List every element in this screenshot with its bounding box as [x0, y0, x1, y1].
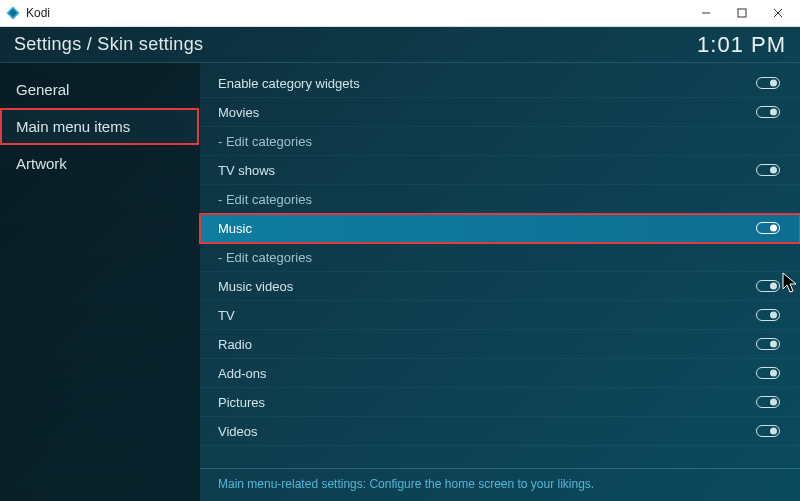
sidebar-item-artwork[interactable]: Artwork [0, 145, 199, 182]
setting-pictures[interactable]: Pictures [200, 388, 800, 417]
sidebar-item-general[interactable]: General [0, 71, 199, 108]
setting-label: - Edit categories [218, 134, 780, 149]
setting-label: - Edit categories [218, 192, 780, 207]
header: Settings / Skin settings 1:01 PM [0, 27, 800, 63]
window-maximize-button[interactable] [724, 1, 760, 25]
window-titlebar: Kodi [0, 0, 800, 27]
toggle-icon[interactable] [756, 106, 780, 118]
sidebar-item-label: Main menu items [16, 118, 130, 135]
toggle-icon[interactable] [756, 280, 780, 292]
setting-tv-shows[interactable]: TV shows [200, 156, 800, 185]
settings-panel: Enable category widgets Movies - Edit ca… [200, 63, 800, 501]
toggle-icon[interactable] [756, 425, 780, 437]
setting-music[interactable]: Music [200, 214, 800, 243]
setting-label: TV shows [218, 163, 756, 178]
toggle-icon[interactable] [756, 77, 780, 89]
window-title: Kodi [26, 6, 50, 20]
svg-rect-1 [738, 9, 746, 17]
sidebar-item-label: Artwork [16, 155, 67, 172]
sidebar: General Main menu items Artwork [0, 63, 200, 501]
setting-label: Videos [218, 424, 756, 439]
kodi-logo-icon [6, 6, 20, 20]
toggle-icon[interactable] [756, 396, 780, 408]
body: General Main menu items Artwork Enable c… [0, 63, 800, 501]
setting-music-edit-categories[interactable]: - Edit categories [200, 243, 800, 272]
setting-addons[interactable]: Add-ons [200, 359, 800, 388]
setting-label: TV [218, 308, 756, 323]
setting-tv[interactable]: TV [200, 301, 800, 330]
setting-movies-edit-categories[interactable]: - Edit categories [200, 127, 800, 156]
window-close-button[interactable] [760, 1, 796, 25]
window-minimize-button[interactable] [688, 1, 724, 25]
toggle-icon[interactable] [756, 164, 780, 176]
app-root: Settings / Skin settings 1:01 PM General… [0, 27, 800, 501]
setting-label: Enable category widgets [218, 76, 756, 91]
setting-tv-shows-edit-categories[interactable]: - Edit categories [200, 185, 800, 214]
toggle-icon[interactable] [756, 367, 780, 379]
sidebar-item-main-menu-items[interactable]: Main menu items [0, 108, 199, 145]
setting-label: Radio [218, 337, 756, 352]
breadcrumb: Settings / Skin settings [14, 34, 203, 55]
setting-label: Music [218, 221, 756, 236]
setting-label: Music videos [218, 279, 756, 294]
settings-description: Main menu-related settings: Configure th… [200, 468, 800, 501]
toggle-icon[interactable] [756, 309, 780, 321]
setting-enable-category-widgets[interactable]: Enable category widgets [200, 69, 800, 98]
setting-radio[interactable]: Radio [200, 330, 800, 359]
clock: 1:01 PM [697, 32, 786, 58]
setting-label: - Edit categories [218, 250, 780, 265]
setting-videos[interactable]: Videos [200, 417, 800, 446]
setting-movies[interactable]: Movies [200, 98, 800, 127]
setting-label: Movies [218, 105, 756, 120]
toggle-icon[interactable] [756, 338, 780, 350]
setting-label: Add-ons [218, 366, 756, 381]
sidebar-item-label: General [16, 81, 69, 98]
setting-label: Pictures [218, 395, 756, 410]
toggle-icon[interactable] [756, 222, 780, 234]
setting-music-videos[interactable]: Music videos [200, 272, 800, 301]
